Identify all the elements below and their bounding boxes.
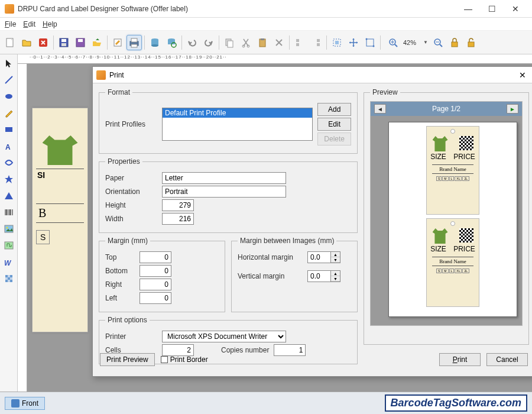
barcode-tool-icon[interactable] (2, 206, 15, 219)
delete-icon[interactable] (271, 35, 287, 50)
margin-legend: Margin (mm) (105, 237, 150, 245)
copy-icon[interactable] (222, 35, 237, 50)
zoom-dropdown-icon[interactable]: ▼ (423, 40, 428, 45)
ellipse-tool-icon[interactable] (2, 90, 15, 103)
print-icon[interactable] (126, 35, 142, 50)
library-tool-icon[interactable] (2, 239, 15, 252)
ruler-vertical (18, 64, 27, 392)
height-input[interactable] (162, 199, 194, 211)
margin-between-legend: Margin between Images (mm) (238, 237, 336, 245)
arc-tool-icon[interactable] (2, 156, 15, 169)
database-icon[interactable] (147, 35, 163, 50)
menubar: File Edit Help (0, 18, 532, 31)
resize-icon[interactable] (362, 35, 378, 50)
move-icon[interactable] (346, 35, 361, 50)
image-tool-icon[interactable] (2, 222, 15, 235)
front-tab[interactable]: Front (5, 397, 45, 410)
shirt-graphic (43, 135, 78, 165)
saveas-icon[interactable] (73, 35, 88, 50)
export-icon[interactable] (89, 35, 105, 50)
margin-between-group: Margin between Images (mm) Horizontal ma… (231, 237, 358, 312)
orientation-label: Orientation (105, 187, 157, 196)
delete-button: Delete (317, 132, 351, 145)
hmargin-spinner[interactable]: ▲▼ (307, 251, 340, 263)
rectangle-tool-icon[interactable] (2, 123, 15, 136)
edit-icon[interactable] (110, 35, 125, 50)
properties-legend: Properties (105, 157, 142, 166)
margin-right-input[interactable] (140, 279, 171, 290)
line-tool-icon[interactable] (2, 73, 15, 86)
orientation-input[interactable] (162, 186, 286, 198)
svg-rect-24 (296, 43, 299, 46)
align-left-icon[interactable] (292, 35, 307, 50)
margin-bottom-label: Bottom (105, 267, 135, 275)
triangle-tool-icon[interactable] (2, 189, 15, 202)
print-dialog: Print ✕ Format Print Profiles Default Pr… (92, 66, 532, 377)
cut-icon[interactable] (238, 35, 254, 50)
next-page-button[interactable]: ► (507, 104, 518, 114)
svg-rect-44 (5, 275, 8, 277)
database-refresh-icon[interactable] (164, 35, 179, 50)
minimize-button[interactable]: — (456, 1, 480, 17)
card-text-sizes: S (36, 230, 50, 244)
dialog-icon (96, 70, 106, 80)
svg-point-30 (366, 38, 368, 40)
new-icon[interactable] (2, 35, 18, 50)
pattern-tool-icon[interactable] (2, 272, 15, 285)
cancel-button[interactable]: Cancel (486, 353, 528, 366)
vmargin-spinner[interactable]: ▲▼ (307, 270, 340, 282)
print-preview-button[interactable]: Print Preview (100, 353, 155, 366)
design-card[interactable]: SI B S (32, 108, 88, 332)
close-file-icon[interactable] (35, 35, 51, 50)
pencil-tool-icon[interactable] (2, 106, 15, 119)
margin-top-input[interactable] (140, 251, 171, 263)
paste-icon[interactable] (255, 35, 270, 50)
save-icon[interactable] (56, 35, 72, 50)
paper-input[interactable] (162, 172, 286, 184)
canvas-area[interactable]: ··0··1··2··3··4··5··6··7··8··9··10··11··… (18, 54, 532, 392)
svg-rect-6 (78, 39, 83, 42)
zoom-out-icon[interactable] (430, 35, 446, 50)
menu-edit[interactable]: Edit (23, 20, 35, 28)
cells-input[interactable] (162, 344, 194, 356)
wordart-tool-icon[interactable]: W (2, 255, 15, 269)
profiles-listbox[interactable]: Default Print Profile (162, 108, 313, 141)
margin-bottom-input[interactable] (140, 265, 171, 277)
pointer-tool-icon[interactable] (2, 57, 15, 70)
menu-file[interactable]: File (5, 20, 16, 28)
svg-rect-4 (61, 43, 66, 46)
redo-icon[interactable] (201, 35, 216, 50)
select-all-icon[interactable] (329, 35, 345, 50)
dialog-close-button[interactable]: ✕ (514, 70, 531, 80)
lock-icon[interactable] (447, 35, 462, 50)
width-input[interactable] (162, 213, 194, 225)
profile-item-selected[interactable]: Default Print Profile (163, 108, 312, 118)
preview-tag: SIZEPRICE Brand Name SMLXL2L (426, 126, 479, 215)
dialog-title: Print (109, 71, 514, 79)
align-right-icon[interactable] (309, 35, 324, 50)
svg-rect-46 (8, 277, 10, 280)
svg-rect-9 (131, 38, 137, 42)
svg-rect-37 (5, 127, 12, 132)
svg-text:A: A (5, 143, 11, 151)
prev-page-button[interactable]: ◄ (374, 104, 386, 114)
menu-help[interactable]: Help (43, 20, 57, 28)
print-border-checkbox[interactable]: Print Border (161, 355, 208, 364)
star-tool-icon[interactable] (2, 173, 15, 186)
open-icon[interactable] (19, 35, 34, 50)
zoom-in-icon[interactable] (385, 35, 401, 50)
copies-input[interactable] (274, 344, 306, 356)
add-button[interactable]: Add (317, 103, 351, 116)
print-button[interactable]: Print (439, 353, 481, 366)
maximize-button[interactable]: ☐ (480, 1, 504, 17)
undo-icon[interactable] (184, 35, 200, 50)
printer-label: Printer (105, 332, 157, 341)
margin-left-input[interactable] (140, 292, 171, 304)
printer-select[interactable]: Microsoft XPS Document Writer (162, 331, 286, 342)
unlock-icon[interactable] (463, 35, 479, 50)
edit-button[interactable]: Edit (317, 118, 351, 131)
text-tool-icon[interactable]: A (2, 140, 15, 153)
close-button[interactable]: ✕ (504, 1, 527, 17)
side-toolbar: A W (0, 54, 18, 392)
margin-left-label: Left (105, 294, 135, 302)
